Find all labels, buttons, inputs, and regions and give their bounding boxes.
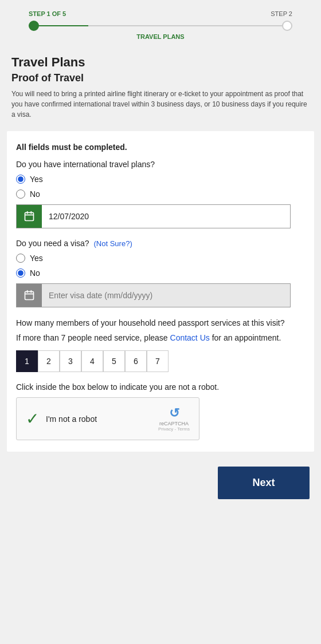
form-section: All fields must be completed. Do you hav… bbox=[7, 131, 314, 452]
visa-yes-option[interactable]: Yes bbox=[16, 254, 305, 263]
all-fields-required-label: All fields must be completed. bbox=[16, 143, 305, 152]
travel-no-label: No bbox=[30, 189, 40, 199]
recaptcha-label: reCAPTCHA bbox=[159, 421, 189, 426]
recaptcha-icon: ↺ bbox=[159, 406, 189, 421]
captcha-right: ↺ reCAPTCHA Privacy - Terms bbox=[158, 406, 190, 432]
visa-question-container: Do you need a visa? (Not Sure?) bbox=[16, 239, 305, 248]
visa-no-radio[interactable] bbox=[16, 268, 25, 278]
captcha-label-text: I'm not a robot bbox=[46, 414, 97, 424]
number-btn-4[interactable]: 4 bbox=[81, 350, 103, 372]
svg-rect-0 bbox=[25, 212, 34, 220]
travel-no-radio[interactable] bbox=[16, 189, 25, 199]
travel-yes-label: Yes bbox=[30, 175, 43, 184]
page-description: You will need to bring a printed airline… bbox=[11, 89, 310, 120]
current-step-label: STEP 1 OF 5 bbox=[29, 10, 66, 17]
contact-us-link[interactable]: Contact Us bbox=[170, 333, 210, 342]
footer-section: Next bbox=[0, 457, 321, 508]
progress-section: STEP 1 OF 5 STEP 2 TRAVEL PLANS bbox=[0, 0, 321, 46]
calendar-icon bbox=[24, 211, 35, 222]
recaptcha-logo: ↺ reCAPTCHA bbox=[159, 406, 189, 426]
visa-date-input[interactable] bbox=[42, 285, 290, 306]
captcha-checkmark-icon: ✓ bbox=[26, 409, 39, 428]
visa-no-label: No bbox=[30, 268, 40, 278]
household-question: How many members of your household need … bbox=[16, 318, 305, 329]
header-section: Travel Plans Proof of Travel You will ne… bbox=[0, 46, 321, 125]
visa-date-container bbox=[16, 283, 291, 307]
step-dot-1 bbox=[29, 21, 39, 31]
international-travel-question: Do you have international travel plans? bbox=[16, 160, 305, 169]
household-contact-prefix: If more than 7 people need service, plea… bbox=[16, 333, 170, 342]
household-number-selector: 1 2 3 4 5 6 7 bbox=[16, 350, 305, 372]
travel-no-option[interactable]: No bbox=[16, 189, 305, 199]
household-question-text: How many members of your household need … bbox=[16, 318, 284, 327]
visa-calendar-icon bbox=[24, 290, 35, 301]
household-contact-suffix: for an appointment. bbox=[212, 333, 281, 342]
page-subtitle: Proof of Travel bbox=[11, 72, 310, 84]
visa-yes-radio[interactable] bbox=[16, 254, 25, 263]
visa-question-text: Do you need a visa? bbox=[16, 239, 89, 248]
travel-date-input[interactable] bbox=[42, 206, 290, 227]
next-button[interactable]: Next bbox=[218, 467, 310, 499]
next-step-label: STEP 2 bbox=[271, 10, 292, 17]
travel-date-icon-box bbox=[17, 205, 42, 228]
visa-yes-label: Yes bbox=[30, 254, 43, 263]
number-btn-3[interactable]: 3 bbox=[60, 350, 81, 372]
number-btn-7[interactable]: 7 bbox=[147, 350, 169, 372]
svg-rect-4 bbox=[25, 291, 34, 299]
travel-yes-option[interactable]: Yes bbox=[16, 175, 305, 184]
travel-radio-group: Yes No bbox=[16, 175, 305, 199]
step-dot-2 bbox=[282, 21, 292, 31]
number-btn-6[interactable]: 6 bbox=[125, 350, 147, 372]
not-sure-link[interactable]: (Not Sure?) bbox=[94, 239, 132, 248]
visa-radio-group: Yes No bbox=[16, 254, 305, 278]
step-labels: STEP 1 OF 5 STEP 2 bbox=[11, 10, 310, 17]
travel-yes-radio[interactable] bbox=[16, 175, 25, 184]
household-contact-line: If more than 7 people need service, plea… bbox=[16, 333, 305, 344]
captcha-box[interactable]: ✓ I'm not a robot ↺ reCAPTCHA Privacy - … bbox=[16, 397, 199, 440]
captcha-question: Click inside the box below to indicate y… bbox=[16, 382, 305, 392]
progress-bar bbox=[11, 21, 310, 31]
number-btn-1[interactable]: 1 bbox=[16, 350, 38, 372]
travel-date-container bbox=[16, 204, 291, 228]
visa-no-option[interactable]: No bbox=[16, 268, 305, 278]
visa-date-icon-box bbox=[17, 284, 42, 307]
number-btn-5[interactable]: 5 bbox=[103, 350, 125, 372]
page-title: Travel Plans bbox=[11, 55, 310, 70]
captcha-left: ✓ I'm not a robot bbox=[26, 409, 97, 428]
recaptcha-sub: Privacy - Terms bbox=[158, 426, 190, 432]
step-name-label: TRAVEL PLANS bbox=[11, 33, 310, 40]
number-btn-2[interactable]: 2 bbox=[38, 350, 60, 372]
